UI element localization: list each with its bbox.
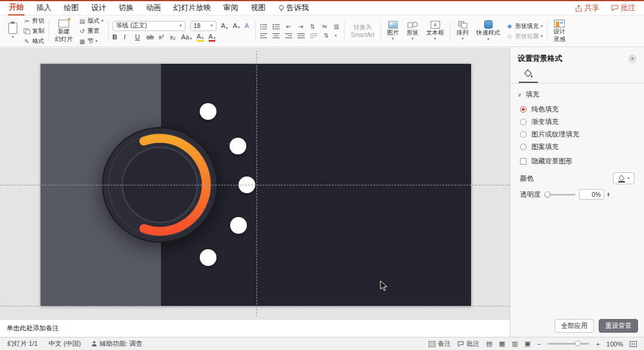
paste-button[interactable]: ▾ — [7, 22, 19, 40]
decrease-indent-icon[interactable]: ⇤ — [285, 23, 292, 30]
underline-button[interactable]: U — [135, 34, 142, 41]
paragraph-more-caret-icon[interactable]: ▾ — [335, 33, 337, 38]
smartart-group: 转换为 SmartArt — [345, 17, 380, 45]
font-color-button[interactable]: A▾ — [209, 33, 216, 42]
copy-button[interactable]: 复制 — [23, 27, 44, 35]
apply-all-button[interactable]: 全部应用 — [555, 319, 594, 333]
fill-option-pattern[interactable]: 图案填充 — [510, 141, 644, 153]
distribute-icon[interactable] — [310, 33, 318, 39]
powerpoint-window: 开始 插入 绘图 设计 切换 动画 幻灯片放映 审阅 视图 告诉我 共享 批注 — [0, 0, 644, 350]
subscript-button[interactable]: x₂ — [170, 34, 177, 41]
transparency-stepper[interactable]: ▴ ▾ — [608, 192, 610, 197]
white-dot-shape[interactable] — [230, 138, 246, 154]
format-painter-button[interactable]: ✎ 格式 — [23, 37, 44, 45]
normal-view-button[interactable]: ▤ — [486, 340, 492, 348]
zoom-level[interactable]: 100% — [606, 340, 623, 348]
reset-button[interactable]: ↺ 重置 — [79, 27, 104, 35]
hide-background-checkbox[interactable]: 隐藏背景图形 — [510, 153, 644, 168]
italic-button[interactable]: I — [124, 34, 131, 41]
notes-toggle-button[interactable]: 备注 — [429, 339, 451, 348]
fill-tab[interactable] — [519, 66, 538, 83]
smartart-label-2: SmartArt — [351, 32, 374, 39]
align-left-icon[interactable] — [260, 33, 268, 39]
fill-option-picture[interactable]: 图片或纹理填充 — [510, 128, 644, 141]
accessibility-status[interactable]: 辅助功能: 调查 — [92, 339, 143, 348]
section-button[interactable]: ▦ 节 ▾ — [79, 37, 104, 45]
decrease-font-button[interactable]: A▾ — [233, 23, 240, 29]
layout-caret-icon: ▾ — [101, 18, 104, 23]
text-highlight-button[interactable]: A▾ — [197, 33, 204, 42]
comments-toggle-button[interactable]: 批注 — [457, 339, 479, 348]
increase-indent-icon[interactable]: ⇥ — [297, 23, 304, 30]
menu-slideshow[interactable]: 幻灯片放映 — [173, 1, 212, 15]
white-dot-shape[interactable] — [200, 103, 216, 120]
panel-close-button[interactable]: × — [628, 54, 637, 63]
zoom-slider-thumb[interactable] — [575, 340, 581, 346]
align-center-icon[interactable] — [273, 33, 280, 39]
justify-icon[interactable] — [298, 33, 305, 39]
transparency-slider-thumb[interactable] — [544, 191, 550, 197]
slide-sorter-view-button[interactable]: ▦ — [499, 340, 505, 348]
zoom-slider[interactable] — [547, 343, 589, 345]
share-button[interactable]: 共享 — [575, 3, 599, 13]
menu-insert[interactable]: 插入 — [36, 1, 52, 15]
menu-review[interactable]: 审阅 — [223, 1, 239, 15]
shape-fill-button[interactable]: ◆ 形状填充 ▾ — [506, 22, 543, 30]
layout-button[interactable]: ▤ 版式 ▾ — [79, 17, 104, 25]
white-dot-shape[interactable] — [200, 249, 216, 266]
menu-tell-me[interactable]: 告诉我 — [278, 1, 310, 15]
font-name-caret-icon: ▾ — [179, 23, 182, 28]
white-dot-shape[interactable] — [230, 217, 247, 234]
fill-option-gradient[interactable]: 渐变填充 — [510, 116, 644, 128]
picture-button[interactable]: 图片 ▾ — [385, 20, 401, 42]
font-name-combo[interactable]: 等线 (正文) ▾ — [113, 21, 185, 31]
numbering-icon[interactable] — [273, 24, 280, 30]
bold-button[interactable]: B — [113, 34, 119, 41]
text-direction-icon[interactable]: ⇋ — [321, 23, 328, 30]
menu-home[interactable]: 开始 — [8, 1, 24, 16]
align-text-icon[interactable]: ⇅ — [323, 32, 330, 39]
design-ideas-button[interactable]: 设计 灵感 — [552, 19, 567, 43]
new-slide-label-2: 幻灯片 — [55, 36, 73, 43]
clear-formatting-button[interactable]: A — [244, 23, 251, 29]
fill-section-header[interactable]: ∨ 填充 — [510, 83, 644, 103]
zoom-out-button[interactable]: − — [537, 340, 541, 348]
arrange-button[interactable]: 排列 ▾ — [455, 20, 470, 42]
transparency-slider[interactable] — [544, 194, 575, 196]
font-size-combo[interactable]: 18 ▾ — [190, 21, 216, 31]
menu-draw[interactable]: 绘图 — [63, 1, 79, 15]
slideshow-view-button[interactable]: ▣ — [525, 340, 531, 348]
color-picker-button[interactable]: ▾ — [613, 172, 634, 184]
menu-view[interactable]: 视图 — [250, 1, 267, 15]
menu-transitions[interactable]: 切换 — [118, 1, 134, 15]
comments-button[interactable]: 批注 — [611, 3, 636, 13]
reset-background-button[interactable]: 重设背景 — [599, 319, 638, 333]
fill-option-solid[interactable]: 纯色填充 — [510, 103, 644, 116]
cut-button[interactable]: ✂ 剪切 — [23, 17, 44, 25]
bullets-icon[interactable] — [260, 24, 268, 30]
quick-styles-button[interactable]: 快速样式 ▾ — [475, 20, 502, 42]
fit-to-window-button[interactable] — [630, 341, 637, 347]
menu-animations[interactable]: 动画 — [145, 1, 162, 15]
superscript-button[interactable]: x² — [159, 34, 165, 41]
zoom-in-button[interactable]: + — [596, 340, 599, 348]
picture-label: 图片 — [387, 29, 399, 36]
notes-area[interactable]: 单击此处添加备注 — [0, 319, 510, 337]
align-right-icon[interactable] — [285, 33, 293, 39]
textbox-button[interactable]: A 文本框 ▾ — [425, 20, 446, 42]
strikethrough-button[interactable]: ab — [147, 34, 154, 41]
paste-icon — [8, 23, 17, 34]
transparency-input[interactable]: 0% — [579, 189, 604, 200]
reading-view-button[interactable]: ▥ — [512, 340, 518, 348]
shapes-button[interactable]: 形状 ▾ — [405, 20, 420, 42]
shape-outline-button[interactable]: ◇ 形状轮廓 ▾ — [506, 32, 543, 41]
columns-icon[interactable]: ▥ — [333, 23, 340, 30]
line-spacing-icon[interactable]: ⇅ — [309, 23, 316, 30]
language-indicator[interactable]: 中文 (中国) — [48, 339, 80, 348]
new-slide-button[interactable]: ★ 新建 幻灯片 — [53, 19, 75, 43]
increase-font-button[interactable]: A▴ — [221, 23, 228, 29]
radio-icon — [520, 119, 527, 125]
menu-design[interactable]: 设计 — [91, 1, 107, 15]
convert-to-smartart-button[interactable]: 转换为 SmartArt — [349, 23, 376, 39]
change-case-button[interactable]: Aa▾ — [181, 34, 192, 41]
